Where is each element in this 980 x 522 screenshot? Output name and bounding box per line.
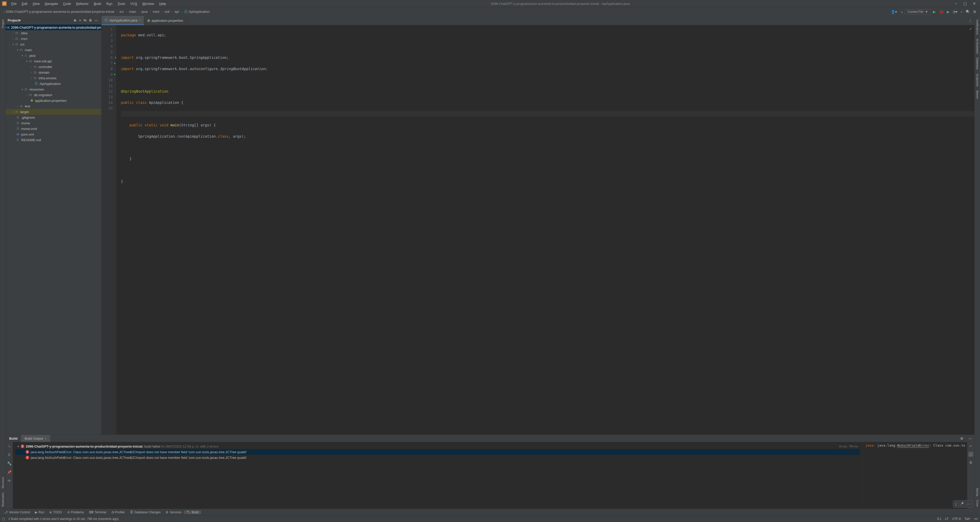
breadcrumb[interactable]: Ⓒ ApiApplication — [183, 10, 211, 14]
menu-help[interactable]: Help — [157, 1, 169, 6]
build-messages-tree[interactable]: ▾ ! 2096-ChatGPT-y-programacion-aumenta-… — [13, 442, 862, 509]
build-tab-build[interactable]: Build — [6, 435, 21, 442]
breadcrumb[interactable]: main — [127, 10, 138, 14]
menu-run[interactable]: Run — [104, 1, 115, 6]
tool-maven[interactable]: Maven — [976, 88, 979, 101]
settings-icon[interactable]: ⚙ — [972, 10, 978, 14]
tool-database[interactable]: Database — [976, 56, 979, 72]
menu-window[interactable]: Window — [140, 1, 157, 6]
run-configuration-dropdown[interactable]: Current File ▼ — [905, 9, 931, 14]
tree-folder[interactable]: ▾🗀src — [6, 42, 101, 47]
menu-refactor[interactable]: Refactor — [74, 1, 91, 6]
microphone-icon[interactable]: 🎤 — [959, 502, 964, 506]
user-icon[interactable]: 👤▾ — [889, 10, 899, 14]
tree-file[interactable]: mpom.xml — [6, 131, 101, 137]
maximize-button[interactable]: ▢ — [960, 0, 970, 6]
indent-setting[interactable]: Tab* — [964, 517, 970, 521]
collapse-all-icon[interactable]: ⇆ — [82, 18, 88, 22]
stop-button[interactable]: ■ — [959, 10, 964, 14]
tool-terminal[interactable]: ⌨Terminal — [86, 511, 109, 514]
more-icon[interactable]: ⋯ — [967, 502, 970, 506]
minimize-button[interactable]: ─ — [951, 0, 960, 6]
tool-notifications[interactable]: Notifications — [976, 18, 979, 37]
code-content[interactable]: package med.voll.api; import org.springf… — [116, 25, 974, 434]
tool-coverage[interactable]: Cove — [976, 498, 979, 509]
editor-gutter[interactable]: 1 2 3 4 5 6✿ 7▶ 8 9▶ 10 11 12 13 14 — [102, 25, 116, 434]
tree-file[interactable]: 🗋README.md — [6, 137, 101, 143]
tree-package[interactable]: ›🗀infra.errores — [6, 75, 101, 81]
breadcrumb[interactable]: ▫ 2096-ChatGPT-y-programacion-aumenta-tu… — [2, 10, 116, 14]
line-separator[interactable]: LF — [945, 517, 948, 521]
tree-root[interactable]: ▾▣2096-ChatGPT-y-programacion-aumenta-tu… — [6, 24, 101, 30]
tree-file[interactable]: 🗋mvnw — [6, 120, 101, 126]
tool-build[interactable]: 🔨Build — [184, 511, 201, 514]
trash-icon[interactable]: 🗑 — [969, 460, 973, 465]
soft-wrap-icon[interactable]: ↩ — [969, 444, 972, 448]
build-error-node[interactable]: ! java.lang.NoSuchFieldError: Class com.… — [15, 455, 860, 460]
spring-icon[interactable]: ✿ — [115, 55, 116, 61]
tool-bookmarks[interactable]: Bookmarks — [1, 490, 4, 509]
status-window-icon[interactable]: ▢ — [2, 517, 5, 521]
build-icon[interactable]: ↘ — [899, 10, 905, 14]
tool-endpoints[interactable]: Endpoints — [976, 72, 979, 88]
wrench-icon[interactable]: 🔧 — [7, 461, 11, 466]
tool-run[interactable]: ▶Run — [32, 511, 47, 514]
reader-mode-icon[interactable]: 👓 — [974, 517, 978, 521]
coverage-button[interactable]: ▶̣ — [945, 10, 951, 14]
voice-input-widget[interactable]: | 🎤 ⋯ — [953, 500, 973, 508]
menu-edit[interactable]: Edit — [19, 1, 30, 6]
tool-database-changes[interactable]: 🗄Database Changes — [127, 511, 163, 514]
tree-folder[interactable]: ▾🗀main — [6, 47, 101, 53]
build-root-node[interactable]: ▾ ! 2096-ChatGPT-y-programacion-aumenta-… — [15, 444, 860, 449]
tree-class[interactable]: ⒸApiApplication — [6, 81, 101, 86]
tree-folder[interactable]: ›🗀test — [6, 103, 101, 109]
menu-tools[interactable]: Tools — [115, 1, 128, 6]
tool-version-control[interactable]: ⎇Version Control — [2, 511, 32, 514]
tree-package[interactable]: ›🗀domain — [6, 70, 101, 75]
select-opened-file-icon[interactable]: ⊕ — [72, 18, 78, 22]
tree-file[interactable]: 🗋mvnw.cmd — [6, 126, 101, 131]
search-icon[interactable]: 🔍 — [964, 10, 972, 14]
breadcrumb[interactable]: api — [173, 10, 180, 14]
pin-icon[interactable]: 📌 — [7, 470, 11, 474]
tool-structure[interactable]: Structure — [1, 475, 4, 490]
debug-button[interactable]: 🐞 — [938, 10, 945, 14]
file-encoding[interactable]: UTF-8 — [952, 517, 961, 521]
tree-package[interactable]: ›🗀controller — [6, 64, 101, 70]
tree-folder[interactable]: ›🗀.mvn — [6, 36, 101, 42]
tool-ai-assistant[interactable]: AI Assistant — [976, 37, 979, 56]
eye-icon[interactable]: 👁 — [7, 479, 11, 483]
caret-position[interactable]: 8:1 — [937, 517, 942, 521]
tree-folder[interactable]: ▾🗀java — [6, 53, 101, 58]
close-icon[interactable]: × — [139, 18, 141, 22]
tree-file[interactable]: ⬢application.properties — [6, 98, 101, 103]
menu-build[interactable]: Build — [91, 1, 104, 6]
editor-tab-appproperties[interactable]: ⬢application.properties — [144, 16, 186, 25]
filter-icon[interactable]: ⇅ — [8, 453, 11, 457]
profile-button[interactable]: ◔▾ — [951, 10, 959, 14]
build-settings-icon[interactable]: ⚙ — [958, 437, 966, 441]
menu-vcs[interactable]: VCS — [128, 1, 140, 6]
build-tab-output[interactable]: Build Output × — [21, 435, 50, 442]
code-editor[interactable]: 1 2 3 4 5 6✿ 7▶ 8 9▶ 10 11 12 13 14 — [102, 25, 974, 434]
menu-view[interactable]: View — [30, 1, 42, 6]
run-button[interactable]: ▶ — [931, 10, 938, 14]
tool-spring[interactable]: Spring — [976, 486, 979, 498]
menu-navigate[interactable]: Navigate — [42, 1, 60, 6]
run-gutter-icon[interactable]: ▶ — [114, 72, 116, 77]
build-detail-pane[interactable]: java: java.lang.NoSuchFieldError: Class … — [862, 442, 967, 509]
menu-code[interactable]: Code — [60, 1, 74, 6]
build-error-node[interactable]: ! java.lang.NoSuchFieldError: Class com.… — [15, 449, 860, 455]
breadcrumb[interactable]: src — [118, 10, 125, 14]
build-hide-icon[interactable]: — — [966, 437, 974, 441]
menu-file[interactable]: FFileile — [9, 1, 19, 6]
scroll-end-icon[interactable]: ⤓ — [968, 452, 974, 457]
tool-problems[interactable]: ⊘Problems — [65, 511, 87, 514]
tree-folder[interactable]: ›🗀target — [6, 109, 101, 115]
editor-tab-apiapplication[interactable]: ⒸApiApplication.java× — [102, 16, 144, 25]
tree-folder[interactable]: ▾🗀resources — [6, 86, 101, 92]
tree-folder[interactable]: ›🗀db.migration — [6, 92, 101, 98]
close-button[interactable]: ✕ — [970, 0, 979, 6]
tree-file[interactable]: 🗋.gitignore — [6, 115, 101, 120]
hide-icon[interactable]: — — [93, 18, 99, 22]
